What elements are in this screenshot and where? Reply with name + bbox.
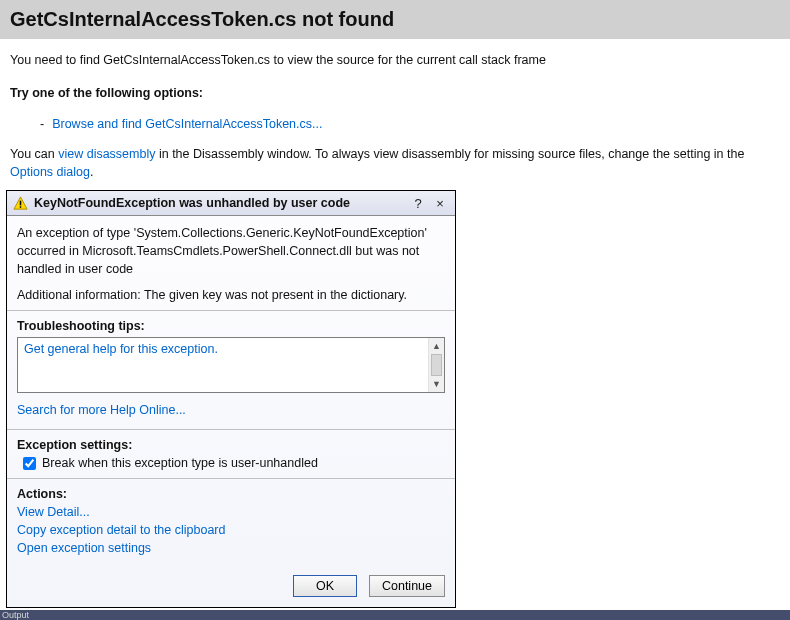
tips-listbox[interactable]: Get general help for this exception. (17, 337, 445, 393)
disasm-text-pre: You can (10, 147, 58, 161)
troubleshooting-heading: Troubleshooting tips: (17, 319, 445, 333)
open-exception-settings-link[interactable]: Open exception settings (17, 541, 445, 555)
exception-message-section: An exception of type 'System.Collections… (7, 216, 455, 311)
dialog-button-row: OK Continue (7, 567, 455, 607)
intro-text: You need to find GetCsInternalAccessToke… (10, 51, 780, 70)
break-unhandled-label: Break when this exception type is user-u… (42, 456, 318, 470)
additional-info-text: The given key was not present in the dic… (144, 288, 407, 302)
break-unhandled-row[interactable]: Break when this exception type is user-u… (17, 456, 445, 470)
tips-box-wrap: Get general help for this exception. ▲ ▼ (17, 337, 445, 393)
disasm-text-post: . (90, 165, 93, 179)
status-bar: Output (0, 610, 790, 620)
exception-dialog: KeyNotFoundException was unhandled by us… (6, 190, 456, 608)
options-dialog-link[interactable]: Options dialog (10, 165, 90, 179)
page-header: GetCsInternalAccessToken.cs not found (0, 0, 790, 39)
scroll-thumb[interactable] (431, 354, 442, 376)
actions-heading: Actions: (17, 487, 445, 501)
view-detail-link[interactable]: View Detail... (17, 505, 445, 519)
page-body: You need to find GetCsInternalAccessToke… (0, 39, 790, 182)
search-help-online-link[interactable]: Search for more Help Online... (17, 403, 445, 417)
additional-info-row: Additional information: The given key wa… (17, 288, 445, 302)
exception-message: An exception of type 'System.Collections… (17, 224, 445, 278)
disasm-text-mid: in the Disassembly window. To always vie… (155, 147, 744, 161)
option-row: - Browse and find GetCsInternalAccessTok… (40, 117, 780, 131)
help-button[interactable]: ? (409, 195, 427, 211)
troubleshooting-section: Troubleshooting tips: Get general help f… (7, 311, 455, 430)
bullet-dash: - (40, 117, 44, 131)
svg-rect-1 (20, 200, 22, 205)
continue-button[interactable]: Continue (369, 575, 445, 597)
tips-item-link[interactable]: Get general help for this exception. (24, 342, 218, 356)
svg-rect-2 (20, 206, 22, 208)
options-heading: Try one of the following options: (10, 84, 780, 103)
exception-settings-heading: Exception settings: (17, 438, 445, 452)
ok-button[interactable]: OK (293, 575, 357, 597)
close-button[interactable]: × (431, 195, 449, 211)
scroll-up-icon[interactable]: ▲ (429, 338, 444, 354)
dialog-titlebar[interactable]: KeyNotFoundException was unhandled by us… (7, 191, 455, 216)
actions-section: Actions: View Detail... Copy exception d… (7, 479, 455, 567)
warning-icon (13, 196, 28, 211)
status-bar-text: Output (2, 610, 29, 620)
page-title: GetCsInternalAccessToken.cs not found (10, 8, 780, 31)
copy-exception-link[interactable]: Copy exception detail to the clipboard (17, 523, 445, 537)
exception-settings-section: Exception settings: Break when this exce… (7, 430, 455, 479)
scroll-down-icon[interactable]: ▼ (429, 376, 444, 392)
browse-find-link[interactable]: Browse and find GetCsInternalAccessToken… (52, 117, 322, 131)
view-disassembly-link[interactable]: view disassembly (58, 147, 155, 161)
disassembly-paragraph: You can view disassembly in the Disassem… (10, 145, 780, 183)
break-unhandled-checkbox[interactable] (23, 457, 36, 470)
tips-scrollbar[interactable]: ▲ ▼ (428, 338, 444, 392)
dialog-title: KeyNotFoundException was unhandled by us… (34, 196, 405, 210)
additional-info-label: Additional information: (17, 288, 141, 302)
